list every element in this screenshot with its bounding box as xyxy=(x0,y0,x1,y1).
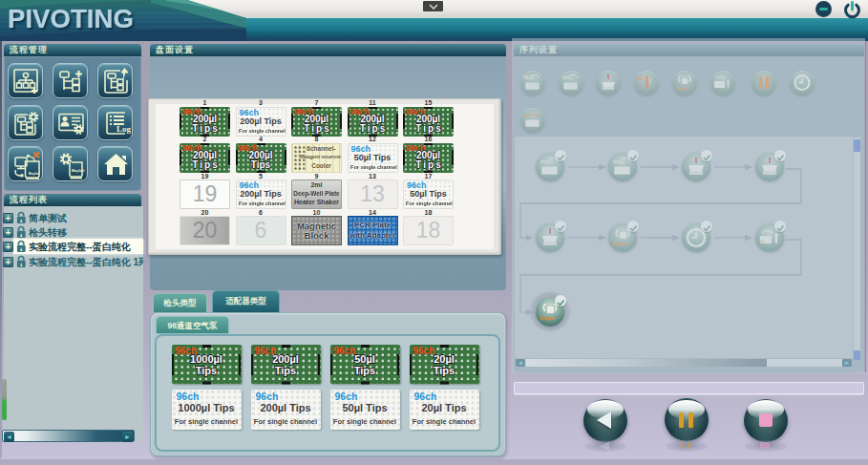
svg-text:Baykal: Baykal xyxy=(29,172,40,176)
svg-text:Log: Log xyxy=(116,124,131,134)
svg-text:Baykal: Baykal xyxy=(72,168,85,173)
svg-text:Gripper: Gripper xyxy=(540,316,556,321)
